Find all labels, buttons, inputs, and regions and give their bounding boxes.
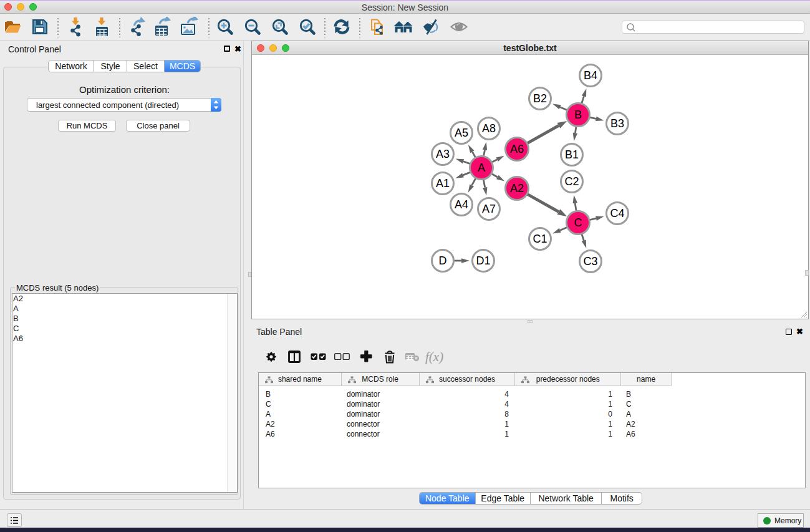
svg-text:A: A bbox=[478, 162, 485, 174]
svg-text:D1: D1 bbox=[476, 254, 490, 267]
svg-text:B2: B2 bbox=[533, 92, 547, 105]
svg-text:A3: A3 bbox=[436, 148, 450, 160]
svg-text:A5: A5 bbox=[455, 127, 468, 139]
svg-text:C1: C1 bbox=[533, 233, 547, 245]
svg-text:A4: A4 bbox=[455, 198, 468, 211]
svg-text:C2: C2 bbox=[564, 175, 579, 188]
svg-text:A6: A6 bbox=[510, 143, 524, 155]
svg-text:f(x): f(x) bbox=[425, 349, 443, 364]
svg-text:A2: A2 bbox=[510, 182, 524, 195]
svg-text:B3: B3 bbox=[610, 117, 624, 130]
svg-text:B1: B1 bbox=[565, 148, 579, 161]
svg-text:B4: B4 bbox=[584, 69, 597, 82]
svg-text:A8: A8 bbox=[482, 122, 496, 135]
svg-text:A7: A7 bbox=[482, 203, 496, 215]
svg-text:C: C bbox=[574, 216, 582, 229]
svg-text:D: D bbox=[439, 254, 447, 267]
svg-text:A1: A1 bbox=[436, 177, 450, 190]
svg-text:B: B bbox=[574, 109, 582, 121]
svg-text:C4: C4 bbox=[610, 207, 624, 220]
svg-text:C3: C3 bbox=[583, 255, 597, 268]
